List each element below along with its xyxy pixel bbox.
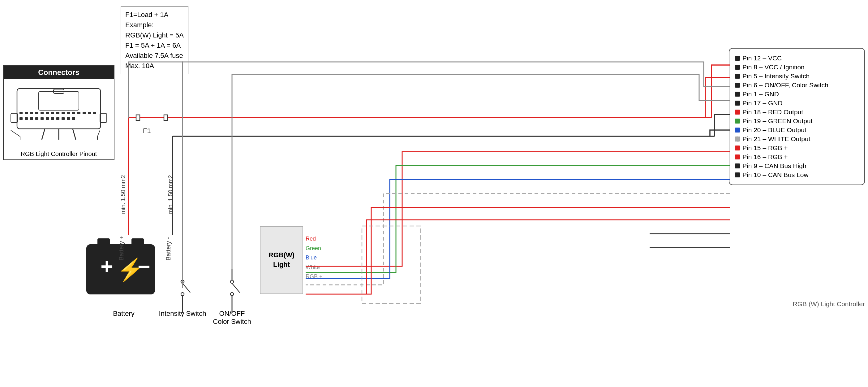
- svg-point-45: [181, 280, 184, 283]
- pin-16-desc: RGB +: [768, 153, 788, 161]
- pin-row-18: Pin 18 – RED Output: [735, 108, 859, 116]
- svg-rect-5: [30, 112, 33, 114]
- rgb-controller-box: Pin 12 – VCC Pin 8 – VCC / Ignition Pin …: [729, 48, 865, 185]
- pin-dot-15: [735, 146, 740, 150]
- pin-dot-19: [735, 119, 740, 123]
- pin-9-label: Pin 9: [742, 162, 757, 170]
- pin-dot-12: [735, 56, 740, 61]
- pin-row-6: Pin 6 – ON/OFF, Color Switch: [735, 82, 859, 89]
- pin-10-label: Pin 10: [742, 171, 761, 179]
- pin-row-8: Pin 8 – VCC / Ignition: [735, 63, 859, 71]
- pin-10-desc: CAN Bus Low: [768, 171, 809, 179]
- svg-rect-1: [39, 92, 79, 110]
- svg-text:+: +: [100, 255, 113, 279]
- fuse-note-line2: Example:: [125, 20, 184, 30]
- fuse-note-line5: Available 7.5A fuse: [125, 51, 184, 61]
- svg-rect-6: [35, 112, 38, 114]
- pin-20-label: Pin 20: [742, 126, 761, 134]
- svg-line-31: [11, 130, 20, 137]
- connectors-title: Connectors: [4, 66, 114, 79]
- pin-dot-1: [735, 92, 740, 97]
- fuse-note-line1: F1=Load + 1A: [125, 9, 184, 20]
- svg-rect-30: [100, 113, 107, 123]
- pin-dot-16: [735, 154, 740, 159]
- svg-line-52: [232, 283, 240, 293]
- color-switch-label: ON/OFF Color Switch: [201, 309, 263, 326]
- wire-rgb-plus: RGB +: [306, 272, 323, 281]
- pin-dot-9: [735, 163, 740, 169]
- svg-point-51: [230, 293, 234, 296]
- pin-row-21: Pin 21 – WHITE Output: [735, 135, 859, 143]
- fuse-note-line3: RGB(W) Light = 5A: [125, 30, 184, 40]
- svg-rect-55: [136, 115, 140, 120]
- pin-dot-6: [735, 83, 740, 88]
- pin-16-label: Pin 16: [742, 153, 761, 161]
- pin-21-desc: WHITE Output: [768, 135, 810, 143]
- connectors-label: RGB Light Controller Pinout: [4, 149, 114, 159]
- pin-18-desc: RED Output: [768, 108, 803, 116]
- svg-rect-18: [20, 117, 23, 120]
- pin-row-5: Pin 5 – Intensity Switch: [735, 72, 859, 80]
- svg-rect-57: [164, 115, 168, 120]
- battery-pos-label: Battery +: [118, 236, 125, 261]
- pin-5-label: Pin 5: [742, 72, 757, 80]
- pin-8-label: Pin 8: [742, 63, 757, 71]
- battery-label: Battery: [96, 309, 152, 318]
- pin-dot-10: [735, 173, 740, 177]
- svg-rect-8: [46, 112, 49, 114]
- pin-dot-21: [735, 137, 740, 142]
- min-wire-right-label: min. 1.50 mm2: [167, 175, 174, 214]
- svg-point-46: [181, 293, 184, 296]
- svg-rect-59: [362, 226, 421, 303]
- connectors-box: Connectors: [3, 65, 115, 160]
- wire-red: Red: [306, 234, 323, 244]
- svg-rect-16: [88, 112, 91, 114]
- pin-12-desc: VCC: [768, 55, 782, 62]
- pin-dot-5: [735, 74, 740, 79]
- svg-rect-19: [25, 117, 28, 120]
- pin-17-label: Pin 17: [742, 99, 761, 107]
- svg-rect-11: [62, 112, 65, 114]
- pin-dot-17: [735, 100, 740, 106]
- pin-19-desc: GREEN Output: [768, 117, 813, 125]
- svg-line-47: [183, 283, 190, 293]
- svg-rect-27: [67, 117, 70, 120]
- svg-rect-24: [51, 117, 54, 120]
- pin-dot-20: [735, 127, 740, 132]
- rgb-wire-legend: Red Green Blue White RGB +: [306, 234, 323, 281]
- svg-line-37: [73, 129, 76, 140]
- svg-rect-21: [35, 117, 38, 120]
- svg-line-33: [97, 130, 100, 137]
- pin-1-label: Pin 1: [742, 90, 757, 98]
- svg-rect-40: [131, 238, 144, 247]
- svg-rect-0: [17, 89, 100, 129]
- pin-dot-8: [735, 65, 740, 70]
- rgb-controller-label: RGB (W) Light Controller: [793, 300, 865, 308]
- fuse-note-line4: F1 = 5A + 1A = 6A: [125, 40, 184, 51]
- fuse-note-line6: Max. 10A: [125, 61, 184, 71]
- svg-point-50: [230, 280, 234, 283]
- svg-rect-3: [20, 112, 23, 114]
- svg-rect-10: [56, 112, 59, 114]
- pin-19-label: Pin 19: [742, 117, 761, 125]
- pin-row-9: Pin 9 – CAN Bus High: [735, 162, 859, 170]
- pin-17-desc: GND: [768, 99, 783, 107]
- pin-8-desc: VCC / Ignition: [764, 63, 805, 71]
- wire-white: White: [306, 263, 323, 272]
- pin-row-19: Pin 19 – GREEN Output: [735, 117, 859, 125]
- wire-blue: Blue: [306, 253, 323, 263]
- svg-rect-12: [67, 112, 70, 114]
- pin-9-desc: CAN Bus High: [764, 162, 806, 170]
- pin-6-desc: ON/OFF, Color Switch: [764, 82, 828, 89]
- wire-green: Green: [306, 244, 323, 253]
- svg-rect-22: [40, 117, 43, 120]
- svg-rect-39: [97, 238, 110, 247]
- svg-rect-29: [11, 113, 18, 123]
- svg-rect-25: [56, 117, 59, 120]
- pin-row-15: Pin 15 – RGB +: [735, 144, 859, 152]
- battery-neg-label: Battery -: [165, 237, 172, 261]
- svg-rect-28: [72, 117, 75, 120]
- svg-rect-23: [46, 117, 49, 120]
- pin-row-12: Pin 12 – VCC: [735, 55, 859, 62]
- svg-rect-26: [62, 117, 65, 120]
